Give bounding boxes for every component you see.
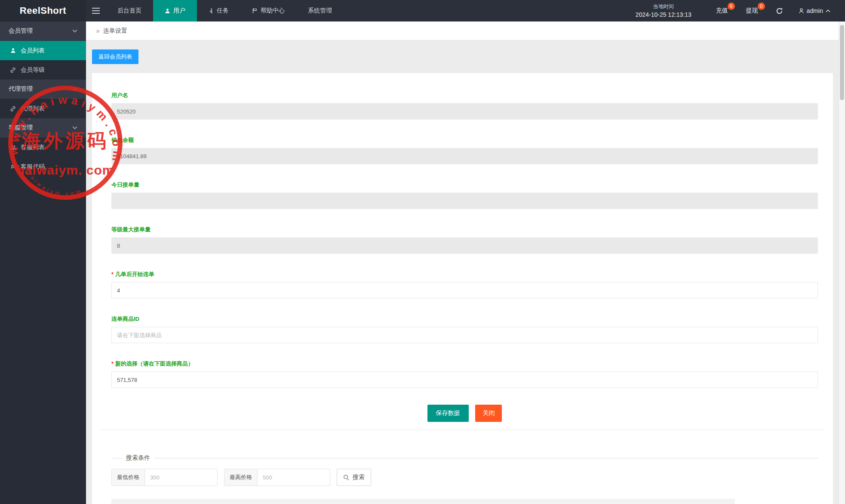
tab-tasks[interactable]: 任务 — [197, 0, 240, 22]
local-time-label: 当地时间 — [636, 3, 691, 10]
form-field-today-orders: 今日接单量 — [111, 181, 818, 209]
group-label: 代理管理 — [9, 85, 33, 93]
orders-before-chain-input[interactable] — [111, 282, 818, 298]
sidebar-item-label: 客服代码 — [21, 163, 45, 171]
withdraw-label: 提现 — [746, 7, 758, 14]
search-conditions-fieldset: 搜索条件 最低价格 最高价格 搜索 — [111, 454, 818, 486]
max-price-group: 最高价格 — [224, 469, 330, 486]
scrollbar-thumb[interactable] — [840, 25, 844, 100]
sidebar-item-label: 会员等级 — [21, 66, 45, 74]
form-field-orders-before-chain: 几单后开始连单 — [111, 270, 818, 298]
group-label: 客服管理 — [9, 124, 33, 132]
field-label: 用户名 — [111, 92, 818, 99]
form-field-username: 用户名 — [111, 92, 818, 120]
sidebar-group-member-management[interactable]: 会员管理 — [0, 22, 86, 41]
tab-label: 系统管理 — [308, 7, 332, 15]
sidebar-item-service-list[interactable]: 客服列表 — [0, 138, 86, 157]
column-header-product-price: 商品价格 — [578, 499, 700, 504]
local-time-value: 2024-10-25 12:13:13 — [636, 10, 691, 19]
max-price-label: 最高价格 — [224, 469, 258, 486]
tab-help-center[interactable]: 帮助中心 — [240, 0, 296, 22]
products-table: 商品ID 商品名称 商品价格 操作 ✓ 571 Married at First… — [111, 499, 735, 504]
code-icon: /> — [9, 164, 16, 170]
chevron-down-icon — [72, 29, 77, 33]
page-scrollbar[interactable] — [839, 22, 845, 504]
sidebar-group-agent-management[interactable]: 代理管理 — [0, 80, 86, 99]
field-label: 等级最大接单量 — [111, 226, 818, 234]
main-content: » 连单设置 返回会员列表 用户名 钱包余额 今日接单量 等级最大接单量 — [86, 22, 839, 504]
tab-users[interactable]: 用户 — [153, 0, 197, 22]
form-field-new-selection: 新的选择（请在下面选择商品） — [111, 360, 818, 388]
breadcrumb: » 连单设置 — [86, 22, 839, 40]
tab-label: 任务 — [217, 7, 229, 15]
page-title: 连单设置 — [103, 27, 127, 35]
sidebar-group-service-management[interactable]: 客服管理 — [0, 118, 86, 138]
user-icon — [9, 48, 16, 53]
walking-person-icon — [209, 8, 214, 14]
chevron-down-icon — [72, 126, 77, 129]
local-time: 当地时间 2024-10-25 12:13:13 — [636, 3, 691, 19]
divider — [100, 430, 825, 430]
wallet-balance-input[interactable] — [111, 148, 818, 164]
save-button[interactable]: 保存数据 — [427, 405, 469, 422]
sidebar-item-agent-list[interactable]: 代理列表 — [0, 99, 86, 118]
users-icon — [9, 144, 16, 150]
min-price-input[interactable] — [145, 469, 217, 486]
refresh-button[interactable] — [776, 7, 783, 15]
content-body: 返回会员列表 用户名 钱包余额 今日接单量 等级最大接单量 几单后开始连单 — [86, 40, 839, 504]
tab-system-management[interactable]: 系统管理 — [296, 0, 344, 22]
sidebar-item-member-level[interactable]: 会员等级 — [0, 60, 86, 80]
level-max-orders-input[interactable] — [111, 237, 818, 254]
withdraw-button[interactable]: 提现 0 — [746, 7, 758, 15]
user-icon — [165, 8, 170, 14]
chain-order-settings-panel: 用户名 钱包余额 今日接单量 等级最大接单量 几单后开始连单 连单商品ID — [92, 73, 833, 504]
username-input[interactable] — [111, 103, 818, 120]
form-field-level-max-orders: 等级最大接单量 — [111, 226, 818, 254]
close-button[interactable]: 关闭 — [475, 405, 502, 422]
column-header-actions: 操作 — [700, 499, 735, 504]
column-header-product-name: 商品名称 — [215, 499, 578, 504]
field-label: 今日接单量 — [111, 181, 818, 189]
search-icon — [343, 474, 350, 481]
chevron-up-icon — [826, 9, 830, 12]
today-orders-input[interactable] — [111, 193, 818, 209]
sidebar-item-member-list[interactable]: 会员列表 — [0, 41, 86, 60]
field-label: 新的选择（请在下面选择商品） — [111, 360, 818, 368]
chain-product-id-input[interactable] — [111, 327, 818, 343]
checkbox-column-header — [111, 499, 138, 504]
group-label: 会员管理 — [9, 27, 33, 35]
link-icon — [9, 67, 16, 73]
recharge-button[interactable]: 充值 6 — [716, 7, 728, 15]
form-field-chain-product-id: 连单商品ID — [111, 315, 818, 343]
menu-toggle-button[interactable] — [86, 0, 106, 22]
sidebar-item-service-code[interactable]: /> 客服代码 — [0, 157, 86, 176]
link-icon — [9, 106, 16, 112]
top-bar-right: 当地时间 2024-10-25 12:13:13 充值 6 提现 0 admin — [636, 0, 845, 22]
field-label: 几单后开始连单 — [111, 270, 818, 278]
hamburger-icon — [92, 8, 100, 14]
breadcrumb-arrow-icon: » — [96, 27, 100, 35]
table-header-row: 商品ID 商品名称 商品价格 操作 — [111, 499, 735, 504]
tab-dashboard[interactable]: 后台首页 — [106, 0, 153, 22]
column-header-product-id: 商品ID — [138, 499, 215, 504]
flag-icon — [252, 8, 258, 14]
sidebar: 会员管理 会员列表 会员等级 代理管理 代理列表 客服管理 客服列表 /> 客服… — [0, 22, 86, 504]
tab-label: 用户 — [173, 7, 185, 15]
search-row: 最低价格 最高价格 搜索 — [111, 469, 818, 486]
min-price-group: 最低价格 — [111, 469, 218, 486]
max-price-input[interactable] — [258, 469, 330, 486]
top-navigation: 后台首页 用户 任务 帮助中心 系统管理 — [106, 0, 344, 22]
search-button-label: 搜索 — [353, 473, 365, 481]
search-button[interactable]: 搜索 — [337, 469, 371, 486]
admin-username: admin — [807, 7, 823, 14]
field-label: 钱包余额 — [111, 136, 818, 144]
tab-label: 后台首页 — [117, 7, 141, 15]
back-to-member-list-button[interactable]: 返回会员列表 — [92, 49, 138, 64]
person-icon — [799, 8, 804, 14]
admin-menu[interactable]: admin — [799, 7, 830, 14]
search-conditions-legend: 搜索条件 — [122, 454, 154, 462]
withdraw-badge: 0 — [758, 3, 765, 10]
new-selection-input[interactable] — [111, 372, 818, 388]
top-bar: ReelShort 后台首页 用户 任务 帮助中心 系统管理 当地时间 2024… — [0, 0, 845, 22]
form-actions: 保存数据 关闭 — [111, 405, 818, 422]
